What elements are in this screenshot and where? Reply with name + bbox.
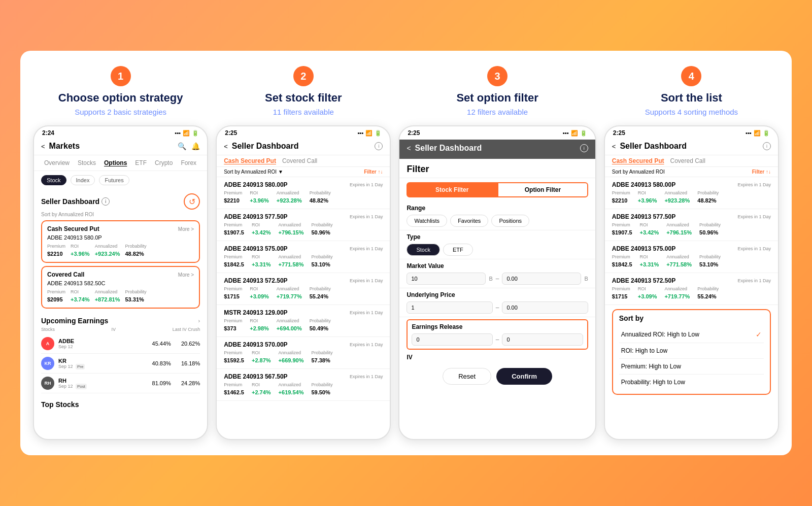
step-3-subtitle: 12 filters available (467, 108, 528, 116)
tab-overview[interactable]: Overview (41, 158, 73, 167)
col-last-iv: Last IV Crush (173, 327, 200, 332)
filter-stock[interactable]: Stock (41, 175, 66, 185)
sort-by-label-2[interactable]: Sort by Annualized ROI ▼ (224, 169, 364, 175)
back-btn-4[interactable]: < (612, 143, 616, 150)
s4-option-row-3[interactable]: ADBE 240913 572.50P Expires in 1 Day Pre… (605, 273, 778, 305)
info-icon-1[interactable]: i (101, 197, 110, 206)
option-row-4[interactable]: MSTR 240913 129.00P Expires in 1 Day Pre… (217, 305, 390, 337)
type-btns: Stock ETF (407, 244, 588, 256)
csp-roi: ROI +3.96% (71, 244, 90, 258)
tab-crypto[interactable]: Crypto (152, 158, 176, 167)
tab-forex[interactable]: Forex (178, 158, 199, 167)
sort-option-3[interactable]: Probability: High to Low (619, 375, 764, 390)
underlying-from[interactable] (407, 301, 492, 314)
option-row-6[interactable]: ADBE 240913 567.50P Expires in 1 Day Pre… (217, 369, 390, 401)
sort-check-0: ✓ (756, 330, 762, 339)
filter-tab-option[interactable]: Option Filter (497, 182, 588, 197)
underlying-to[interactable] (502, 301, 588, 314)
earnings-to[interactable] (502, 333, 583, 346)
range-watchlists[interactable]: Watchlists (407, 215, 447, 227)
csp-metrics: Premium $2210 ROI +3.96% Annualized +923… (47, 244, 194, 258)
options-list-4: ADBE 240913 580.00P Expires in 1 Day Pre… (605, 177, 778, 305)
earnings-from[interactable] (412, 333, 492, 346)
stock-row-adbe[interactable]: A ADBE Sep 12 45.44% 20.62% (41, 334, 200, 354)
adbe-last-iv: 20.62% (181, 341, 200, 347)
battery-icon-2: 🔋 (375, 130, 382, 137)
sort-option-1[interactable]: ROI: High to Low (619, 343, 764, 359)
status-bar-3: 2:25 ▪▪▪ 📶 🔋 (399, 126, 595, 140)
option-row-0[interactable]: ADBE 240913 580.00P Expires in 1 Day Pre… (217, 177, 390, 209)
kr-info: KR Sep 12 Pre (58, 358, 152, 369)
iv-label: IV (399, 352, 595, 363)
tab-options[interactable]: Options (101, 158, 130, 167)
csp-annualized: Annualized +923.24% (95, 244, 120, 258)
filter-title: Filter (399, 159, 595, 178)
step-4-title: Sort the list (661, 91, 722, 105)
nav-2: < Seller Dashboard i (217, 140, 390, 155)
cash-secured-put-card[interactable]: Cash Secured Put More > ADBE 240913 580.… (41, 220, 200, 263)
time-2: 2:25 (225, 129, 237, 137)
s4-option-row-2[interactable]: ADBE 240913 575.00P Expires in 1 Day Pre… (605, 241, 778, 273)
option-row-1[interactable]: ADBE 240913 577.50P Expires in 1 Day Pre… (217, 209, 390, 241)
back-btn-1[interactable]: < (41, 143, 45, 150)
range-favorites[interactable]: Favorites (450, 215, 488, 227)
market-value-to[interactable] (502, 273, 581, 285)
cc-roi: ROI +3.74% (71, 289, 90, 303)
info-icon-2[interactable]: i (375, 142, 383, 150)
tab-stocks[interactable]: Stocks (75, 158, 99, 167)
info-icon-4[interactable]: i (763, 142, 771, 150)
filter-futures[interactable]: Futures (99, 175, 129, 185)
option-row-3[interactable]: ADBE 240913 572.50P Expires in 1 Day Pre… (217, 273, 390, 305)
s4-option-row-1[interactable]: ADBE 240913 577.50P Expires in 1 Day Pre… (605, 209, 778, 241)
back-btn-2[interactable]: < (224, 143, 228, 150)
range-positions[interactable]: Positions (491, 215, 529, 227)
csp-prob: Probability 48.82% (125, 244, 147, 258)
type-etf[interactable]: ETF (443, 244, 473, 256)
rh-iv: 81.09% (152, 380, 171, 386)
sort-option-2[interactable]: Premium: High to Low (619, 359, 764, 375)
wifi-icon: 📶 (183, 130, 190, 137)
filter-tab-stock[interactable]: Stock Filter (407, 182, 497, 197)
covered-call-card[interactable]: Covered Call More > ADBE 240913 582.50C … (41, 266, 200, 309)
main-tabs-1: Overview Stocks Options ETF Crypto Forex (34, 155, 207, 171)
reset-btn[interactable]: Reset (443, 368, 491, 385)
status-icons-3: ▪▪▪ 📶 🔋 (563, 130, 587, 137)
sort-by-label-4[interactable]: Sort by Annualized ROI (612, 169, 752, 175)
stock-row-rh[interactable]: RH RH Sep 12 Post 81.09% 24.28% (41, 374, 200, 393)
rh-info: RH Sep 12 Post (58, 378, 152, 389)
filter-index[interactable]: Index (71, 175, 95, 185)
confirm-btn[interactable]: Confirm (496, 368, 552, 385)
sub-tab-csp-4[interactable]: Cash Secured Put (612, 157, 664, 164)
step-2-number: 2 (293, 66, 314, 86)
csp-more[interactable]: More > (178, 226, 194, 232)
upcoming-arrow[interactable]: › (198, 318, 200, 324)
sort-option-0[interactable]: Annualized ROI: High to Low ✓ (619, 326, 764, 343)
cc-more[interactable]: More > (178, 272, 194, 278)
back-btn-3[interactable]: < (407, 144, 411, 152)
step-2-col: 2 Set stock filter 11 filters available … (216, 66, 391, 440)
refresh-icon[interactable]: ↺ (184, 193, 200, 210)
filter-btn-2[interactable]: Filter ↑↓ (364, 169, 383, 175)
s4-option-row-0[interactable]: ADBE 240913 580.00P Expires in 1 Day Pre… (605, 177, 778, 209)
search-icon[interactable]: 🔍 (178, 142, 186, 150)
filter-btn-4[interactable]: Filter ↑↓ (752, 169, 771, 175)
earnings-label: Earnings Release (412, 323, 583, 330)
sub-tab-cc-2[interactable]: Covered Call (282, 157, 317, 164)
stock-row-kr[interactable]: KR KR Sep 12 Pre 40.83% 16.18% (41, 354, 200, 374)
option-row-2[interactable]: ADBE 240913 575.00P Expires in 1 Day Pre… (217, 241, 390, 273)
seller-dashboard-header: Seller Dashboard i ↺ (34, 189, 207, 212)
tab-etf[interactable]: ETF (132, 158, 150, 167)
sub-tab-csp-2[interactable]: Cash Secured Put (224, 157, 276, 164)
bell-icon[interactable]: 🔔 (191, 142, 200, 150)
status-bar-4: 2:25 ▪▪▪ 📶 🔋 (605, 126, 778, 140)
opt-ticker-6: ADBE 240913 567.50P (224, 373, 287, 380)
step-4-col: 4 Sort the list Supports 4 sorting metho… (604, 66, 779, 440)
type-stock[interactable]: Stock (407, 244, 440, 256)
sort-opt-label-2: Premium: High to Low (621, 363, 681, 370)
option-row-5[interactable]: ADBE 240913 570.00P Expires in 1 Day Pre… (217, 337, 390, 369)
sub-tab-cc-4[interactable]: Covered Call (670, 157, 705, 164)
nav-1: < Markets 🔍 🔔 (34, 140, 207, 155)
sort-by-title: Sort by (619, 314, 764, 322)
info-icon-3[interactable]: i (580, 144, 588, 152)
market-value-from[interactable] (407, 273, 486, 285)
